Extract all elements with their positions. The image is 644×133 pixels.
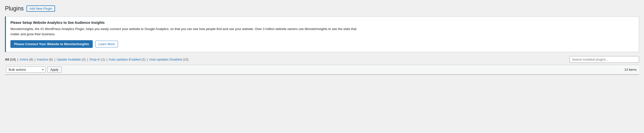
filter-active-link[interactable]: Active (8) — [20, 58, 33, 61]
notice-title: Please Setup Website Analytics to See Au… — [10, 21, 634, 25]
table-border — [5, 74, 639, 75]
notice-actions: Please Connect Your Website to MonsterIn… — [10, 40, 634, 48]
filter-inactive-link[interactable]: Inactive (6) — [37, 58, 53, 61]
filter-autoupdates-enabled-link[interactable]: Auto-updates Enabled (1) — [109, 58, 146, 61]
bulk-actions-select[interactable]: Bulk actions — [6, 67, 46, 73]
bulk-actions-wrapper: Bulk actions — [6, 67, 46, 73]
analytics-notice: Please Setup Website Analytics to See Au… — [5, 16, 639, 52]
filter-active: Active (8) — [20, 58, 37, 61]
toolbar-left: Bulk actions Apply — [6, 67, 62, 73]
filter-dropin-link[interactable]: Drop-in (1) — [90, 58, 105, 61]
add-new-plugin-button[interactable]: Add New Plugin — [26, 6, 55, 12]
filter-dropin: Drop-in (1) — [90, 58, 109, 61]
search-plugins-input[interactable] — [570, 56, 639, 63]
filter-autoupdates-disabled: Auto-updates Disabled (13) — [149, 58, 188, 61]
filter-autoupdates-enabled: Auto-updates Enabled (1) — [109, 58, 150, 61]
notice-body: MonsterInsights, the #1 WordPress Analyt… — [10, 27, 358, 37]
filter-update: Update Available (2) — [57, 58, 90, 61]
page-title: Plugins — [5, 5, 24, 13]
page-header: Plugins Add New Plugin — [5, 5, 639, 13]
toolbar-row: Bulk actions Apply 14 items — [5, 65, 639, 74]
page-wrapper: Plugins Add New Plugin Please Setup Webs… — [0, 0, 644, 133]
filter-autoupdates-disabled-link[interactable]: Auto-updates Disabled (13) — [149, 58, 188, 61]
filter-links: All (14) Active (8) Inactive (6) Update … — [5, 58, 188, 61]
items-count: 14 items — [624, 68, 636, 71]
filter-all: All (14) — [5, 58, 20, 61]
filter-bar: All (14) Active (8) Inactive (6) Update … — [5, 56, 639, 63]
filter-update-link[interactable]: Update Available (2) — [57, 58, 86, 61]
connect-monsterinsights-button[interactable]: Please Connect Your Website to MonsterIn… — [10, 40, 93, 48]
apply-button[interactable]: Apply — [47, 67, 62, 73]
search-box — [570, 56, 639, 63]
filter-all-link[interactable]: All (14) — [5, 58, 16, 61]
filter-inactive: Inactive (6) — [37, 58, 57, 61]
learn-more-button[interactable]: Learn More — [95, 41, 118, 47]
